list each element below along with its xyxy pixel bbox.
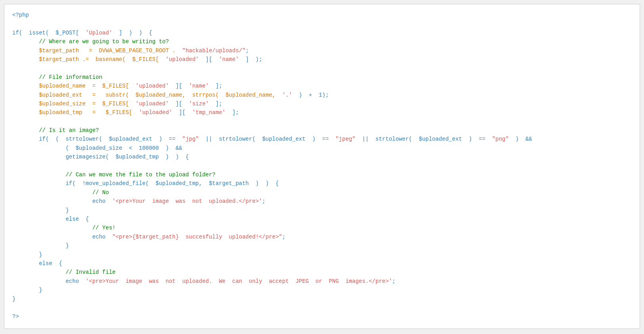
code-token: '<pre>Your image was not uploaded. We ca…: [86, 278, 392, 284]
code-token: getimagesize( $uploaded_tmp ) ) {: [12, 154, 189, 160]
code-token: }: [12, 287, 42, 293]
code-token: // Is it an image?: [12, 127, 99, 134]
code-token: 'uploaded': [136, 101, 169, 107]
code-token: 'Upload': [86, 30, 112, 36]
code-token: echo: [12, 234, 112, 240]
code-token: ) + 1);: [292, 92, 329, 98]
code-token: if( ( strtolower( $uploaded_ext ) ==: [12, 136, 182, 142]
code-token: if( isset( $_POST[: [12, 30, 86, 36]
code-token: }: [12, 296, 15, 302]
code-token: echo: [12, 198, 112, 204]
code-token: ];: [209, 101, 222, 107]
code-token: ];: [209, 83, 222, 89]
code-token: '.': [282, 92, 292, 98]
code-token: ][: [169, 83, 189, 89]
code-token: '<pre>Your image was not uploaded.</pre>…: [112, 198, 262, 204]
code-token: $uploaded_size = $_FILES[: [12, 101, 136, 107]
code-token: ][: [172, 109, 192, 116]
code-token: 'uploaded': [139, 109, 172, 116]
code-token: ;: [282, 234, 286, 240]
code-token: ] );: [239, 56, 262, 63]
code-token: ) &&: [509, 136, 532, 142]
code-token: $uploaded_name = $_FILES[: [12, 83, 136, 89]
code-token: // No: [12, 189, 109, 196]
code-token: // Invalid file: [12, 269, 115, 275]
code-token: // File information: [12, 74, 102, 80]
code-token: ( $uploaded_size < 100000 ) &&: [12, 145, 182, 151]
code-token: ][: [199, 56, 218, 63]
code-token: "<pre>{$target_path} succesfully uploade…: [112, 234, 282, 240]
code-token: 'uploaded': [136, 83, 169, 89]
code-token: 'name': [189, 83, 209, 89]
code-token: "jpg": [182, 136, 199, 142]
code-token: }: [12, 242, 69, 249]
code-token: ] ) ) {: [112, 30, 152, 36]
code-token: // Yes!: [12, 225, 115, 231]
code-token: $uploaded_ext = substr( $uploaded_name, …: [12, 92, 282, 98]
code-token: }: [12, 207, 69, 214]
code-token: if( !move_uploaded_file( $uploaded_tmp, …: [12, 180, 279, 187]
code-token: <?php: [12, 12, 29, 18]
code-token: "png": [492, 136, 509, 142]
code-token: || strtolower( $uploaded_ext ) ==: [199, 136, 335, 142]
code-token: 'uploaded': [165, 56, 199, 63]
code-token: ];: [226, 109, 239, 116]
code-token: 'size': [189, 101, 209, 107]
code-token: || strtolower( $uploaded_ext ) ==: [355, 136, 492, 142]
code-token: $target_path = DVWA_WEB_PAGE_TO_ROOT .: [12, 48, 182, 54]
code-token: $target_path .= basename( $_FILES[: [12, 56, 165, 63]
code-token: // Where are we going to be writing to?: [12, 38, 169, 45]
code-token: ][: [169, 101, 189, 107]
code-token: ?>: [12, 313, 19, 320]
code-token: echo: [12, 278, 86, 284]
code-token: 'name': [219, 56, 239, 63]
code-token: "jpeg": [335, 136, 355, 142]
code-token: else {: [12, 260, 62, 267]
code-token: ;: [262, 198, 265, 204]
code-token: $uploaded_tmp = $_FILES[: [12, 109, 139, 116]
code-token: }: [12, 252, 42, 258]
code-token: // Can we move the file to the upload fo…: [12, 172, 215, 178]
code-token: 'tmp_name': [192, 109, 226, 116]
code-editor: <?php if( isset( $_POST[ 'Upload' ] ) ) …: [4, 4, 640, 329]
code-token: "hackable/uploads/": [182, 48, 245, 54]
code-token: ;: [392, 278, 395, 284]
code-token: else {: [12, 216, 89, 222]
code-token: ;: [245, 48, 249, 54]
